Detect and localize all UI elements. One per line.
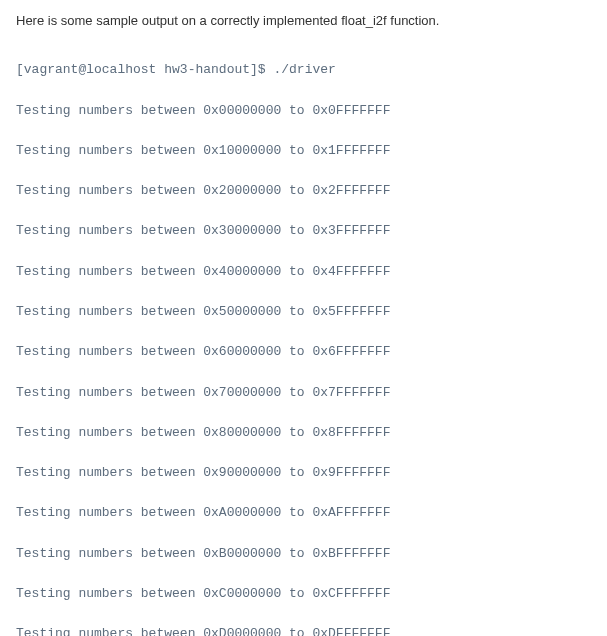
term-line: Testing numbers between 0xB0000000 to 0x… [16, 544, 591, 564]
term-line: Testing numbers between 0x40000000 to 0x… [16, 262, 591, 282]
term-line: Testing numbers between 0x00000000 to 0x… [16, 101, 591, 121]
term-line: Testing numbers between 0x50000000 to 0x… [16, 302, 591, 322]
term-line: Testing numbers between 0x70000000 to 0x… [16, 383, 591, 403]
term-line: Testing numbers between 0x20000000 to 0x… [16, 181, 591, 201]
term-line: Testing numbers between 0xD0000000 to 0x… [16, 624, 591, 636]
term-line: Testing numbers between 0x90000000 to 0x… [16, 463, 591, 483]
term-line: Testing numbers between 0x10000000 to 0x… [16, 141, 591, 161]
term-line: Testing numbers between 0x30000000 to 0x… [16, 221, 591, 241]
term-line: [vagrant@localhost hw3-handout]$ ./drive… [16, 60, 591, 80]
term-line: Testing numbers between 0xC0000000 to 0x… [16, 584, 591, 604]
terminal-output: [vagrant@localhost hw3-handout]$ ./drive… [16, 40, 591, 636]
term-line: Testing numbers between 0x80000000 to 0x… [16, 423, 591, 443]
term-line: Testing numbers between 0x60000000 to 0x… [16, 342, 591, 362]
intro-paragraph: Here is some sample output on a correctl… [16, 12, 591, 30]
term-line: Testing numbers between 0xA0000000 to 0x… [16, 503, 591, 523]
